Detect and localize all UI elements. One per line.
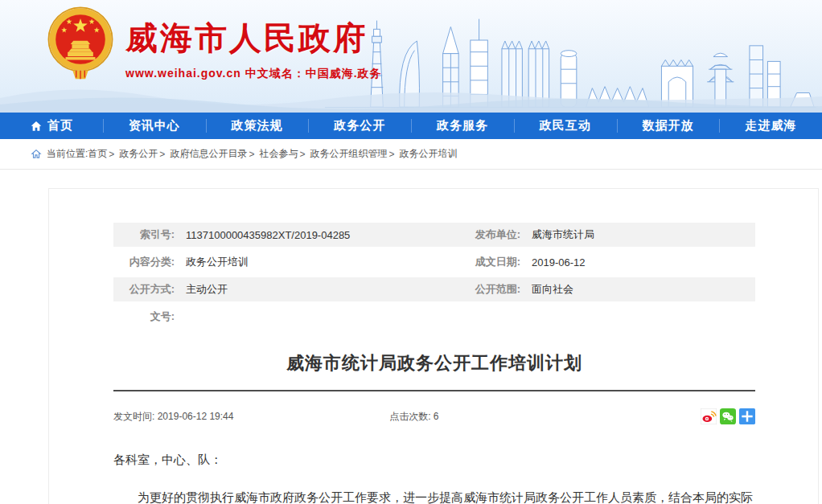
breadcrumb-item-org-management[interactable]: 政务公开组织管理 xyxy=(310,147,387,161)
nav-item-label: 政务服务 xyxy=(437,118,488,133)
china-national-emblem-icon xyxy=(45,5,116,85)
breadcrumb-separator: > xyxy=(109,149,114,160)
info-label: 文号: xyxy=(113,309,175,324)
click-count-value: 6 xyxy=(434,411,439,422)
document-info-table: 索引号: 1137100000435982XT/2019-04285 发布单位:… xyxy=(113,223,755,329)
info-value-scope: 面向社会 xyxy=(532,282,573,297)
info-label: 索引号: xyxy=(113,227,175,242)
info-label: 公开方式: xyxy=(113,282,175,297)
info-value-index-number: 1137100000435982XT/2019-04285 xyxy=(186,229,350,241)
title-divider xyxy=(113,390,755,391)
nav-item-label: 政务公开 xyxy=(334,118,385,133)
salutation: 各科室，中心、队： xyxy=(113,453,755,468)
nav-item-label: 数据开放 xyxy=(642,118,693,133)
nav-item-label: 资讯中心 xyxy=(129,118,180,133)
info-label: 成文日期: xyxy=(435,255,520,269)
breadcrumb-item-home[interactable]: 首页 xyxy=(88,147,107,161)
breadcrumb-separator: > xyxy=(299,149,305,160)
breadcrumb-item-training[interactable]: 政务公开培训 xyxy=(399,147,457,161)
home-outline-icon xyxy=(31,149,42,159)
info-value-method: 主动公开 xyxy=(186,282,228,297)
info-label: 公开范围: xyxy=(435,282,520,297)
article-title: 威海市统计局政务公开工作培训计划 xyxy=(113,351,755,375)
nav-item-policies[interactable]: 政策法规 xyxy=(206,113,309,139)
info-label: 内容分类: xyxy=(113,255,175,269)
click-count: 点击次数: 6 xyxy=(389,410,438,424)
home-icon xyxy=(30,120,43,133)
wechat-share-icon[interactable] xyxy=(720,408,736,424)
site-subtitle: www.weihai.gov.cn 中文域名：中国威海.政务 xyxy=(125,67,382,81)
sina-weibo-share-icon[interactable] xyxy=(701,408,717,424)
info-value-category: 政务公开培训 xyxy=(186,255,249,269)
publish-time: 发文时间: 2019-06-12 19:44 xyxy=(113,410,233,424)
breadcrumb: 当前位置: 首页 > 政务公开 > 政府信息公开目录 > 社会参与 > 政务公开… xyxy=(0,139,822,170)
site-brand: 威海市人民政府 www.weihai.gov.cn 中文域名：中国威海.政务 xyxy=(45,5,382,85)
info-value-publisher: 威海市统计局 xyxy=(532,227,594,242)
nav-item-open-data[interactable]: 数据开放 xyxy=(617,113,720,139)
info-value-date: 2019-06-12 xyxy=(532,256,586,268)
share-buttons xyxy=(701,408,755,424)
click-count-label: 点击次数: xyxy=(389,411,430,422)
article-card: 索引号: 1137100000435982XT/2019-04285 发布单位:… xyxy=(48,188,819,504)
breadcrumb-separator: > xyxy=(249,149,254,160)
breadcrumb-prefix: 当前位置: xyxy=(47,147,88,161)
nav-item-label: 首页 xyxy=(47,118,73,133)
site-title: 威海市人民政府 xyxy=(125,16,382,60)
breadcrumb-item-participation[interactable]: 社会参与 xyxy=(259,147,298,161)
nav-item-services[interactable]: 政务服务 xyxy=(411,113,514,139)
breadcrumb-item-catalog[interactable]: 政府信息公开目录 xyxy=(170,147,247,161)
info-label: 发布单位: xyxy=(435,227,520,242)
body-paragraph: 为更好的贯彻执行威海市政府政务公开工作要求，进一步提高威海市统计局政务公开工作人… xyxy=(113,484,755,504)
article-body: 各科室，中心、队： 为更好的贯彻执行威海市政府政务公开工作要求，进一步提高威海市… xyxy=(113,453,755,504)
nav-item-home[interactable]: 首页 xyxy=(0,113,103,139)
brand-text: 威海市人民政府 www.weihai.gov.cn 中文域名：中国威海.政务 xyxy=(125,10,382,81)
nav-item-label: 政策法规 xyxy=(231,118,282,133)
site-header: 威海市人民政府 www.weihai.gov.cn 中文域名：中国威海.政务 xyxy=(0,0,822,113)
info-row-index: 索引号: 1137100000435982XT/2019-04285 发布单位:… xyxy=(113,223,755,247)
breadcrumb-separator: > xyxy=(388,149,394,160)
nav-item-about-weihai[interactable]: 走进威海 xyxy=(719,113,822,139)
breadcrumb-item-gov-info[interactable]: 政务公开 xyxy=(119,147,158,161)
info-row-method: 公开方式: 主动公开 公开范围: 面向社会 xyxy=(113,277,755,301)
article-meta: 发文时间: 2019-06-12 19:44 点击次数: 6 xyxy=(113,408,755,425)
publish-time-value: 2019-06-12 19:44 xyxy=(158,411,234,422)
info-row-doc-number: 文号: xyxy=(113,305,755,329)
more-share-icon[interactable] xyxy=(739,408,755,424)
page-main: 索引号: 1137100000435982XT/2019-04285 发布单位:… xyxy=(0,170,822,504)
nav-item-news[interactable]: 资讯中心 xyxy=(103,113,206,139)
info-row-category: 内容分类: 政务公开培训 成文日期: 2019-06-12 xyxy=(113,250,755,274)
nav-item-interaction[interactable]: 政民互动 xyxy=(514,113,617,139)
breadcrumb-separator: > xyxy=(159,149,165,160)
publish-time-label: 发文时间: xyxy=(113,411,154,422)
nav-item-label: 政民互动 xyxy=(540,118,591,133)
main-navigation: 首页 资讯中心 政策法规 政务公开 政务服务 政民互动 数据开放 走进威海 xyxy=(0,113,822,139)
nav-item-gov-info[interactable]: 政务公开 xyxy=(308,113,411,139)
nav-item-label: 走进威海 xyxy=(745,118,796,133)
